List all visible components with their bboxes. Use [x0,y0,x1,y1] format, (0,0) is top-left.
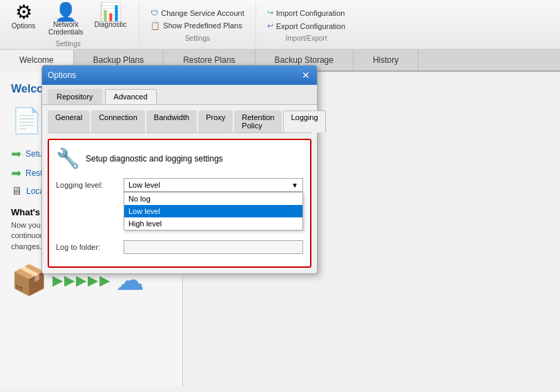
settings-label: Settings [56,40,81,48]
diagnostic-label: Diagnostic [95,21,127,28]
diagnostic-button[interactable]: 📊 Diagnostic [90,1,131,37]
subtab-logging[interactable]: Logging [283,110,325,133]
diagnostic-icon: 📊 [99,3,122,21]
settings-group: 🛡 Change Service Account 📋 Show Predefin… [148,3,255,46]
dialog-overlay: Options ✕ Repository Advanced General Co… [0,72,560,386]
import-config-button[interactable]: ↪ Import Configuration [264,7,348,19]
dialog-subtabs: General Connection Bandwidth Proxy Reten… [48,110,311,133]
logging-level-row: Logging level: Low level ▼ No log Low le… [56,178,303,192]
toolbar: ⚙ Options 👤 NetworkCredentials 📊 Diagnos… [0,0,560,50]
change-service-label: Change Service Account [161,9,244,17]
logging-level-value: Low level [128,181,160,189]
dropdown-low-level[interactable]: Low level [124,205,302,217]
dropdown-no-log[interactable]: No log [124,193,302,205]
network-icon: 👤 [55,3,77,21]
dialog-tabs: Repository Advanced [42,85,317,105]
dialog-close-button[interactable]: ✕ [300,70,311,81]
dialog-body: General Connection Bandwidth Proxy Reten… [42,105,317,273]
logging-section: 🔧 Setup diagnostic and logging settings … [48,139,311,268]
network-label: NetworkCredentials [48,21,84,36]
network-credentials-button[interactable]: 👤 NetworkCredentials [44,1,88,37]
predefined-label: Show Predefined Plans [163,21,242,30]
dropdown-high-level[interactable]: High level [124,217,302,230]
logging-level-select-wrapper: Low level ▼ No log Low level High level [124,178,303,192]
logging-level-dropdown: No log Low level High level [124,192,303,231]
options-label: Options [12,22,35,30]
show-predefined-button[interactable]: 📋 Show Predefined Plans [148,20,247,32]
options-button[interactable]: ⚙ Options [6,1,41,37]
settings-section-label: Settings [185,35,210,42]
log-folder-row: Log to folder: [56,240,303,254]
subtab-proxy[interactable]: Proxy [198,110,233,133]
dialog-titlebar: Options ✕ [42,66,317,85]
subtab-general[interactable]: General [48,110,90,133]
dropdown-arrow-icon: ▼ [291,182,298,189]
toolbar-main-group: ⚙ Options 👤 NetworkCredentials 📊 Diagnos… [6,3,139,46]
subtab-connection[interactable]: Connection [91,110,145,133]
dialog-tab-advanced[interactable]: Advanced [105,89,157,104]
import-icon: ↪ [267,8,273,17]
import-export-group: ↪ Import Configuration ↩ Export Configur… [264,3,356,46]
dialog-title: Options [48,70,76,80]
subtab-retention[interactable]: Retention Policy [234,110,282,133]
import-label: Import Configuration [276,9,345,17]
logging-header-text: Setup diagnostic and logging settings [86,154,223,164]
logging-wrench-icon: 🔧 [56,147,80,170]
export-config-button[interactable]: ↩ Export Configuration [264,20,348,32]
tab-history[interactable]: History [354,50,418,70]
options-icon: ⚙ [15,3,32,22]
export-icon: ↩ [267,21,273,30]
predefined-icon: 📋 [151,21,160,30]
logging-level-label: Logging level: [56,181,118,189]
log-folder-label: Log to folder: [56,243,118,251]
main-content: Welcome to online backup 📄 ··· 🕐 ↺ ··· 📦… [0,72,560,386]
options-dialog: Options ✕ Repository Advanced General Co… [41,65,318,274]
import-export-section-label: Import/Export [285,35,327,42]
dialog-tab-repository[interactable]: Repository [48,89,102,104]
logging-level-select[interactable]: Low level ▼ [124,178,303,192]
change-service-icon: 🛡 [151,9,158,17]
subtab-bandwidth[interactable]: Bandwidth [146,110,197,133]
log-folder-input[interactable] [124,240,303,254]
export-label: Export Configuration [276,22,345,30]
logging-header: 🔧 Setup diagnostic and logging settings [56,147,303,170]
change-service-button[interactable]: 🛡 Change Service Account [148,8,247,19]
